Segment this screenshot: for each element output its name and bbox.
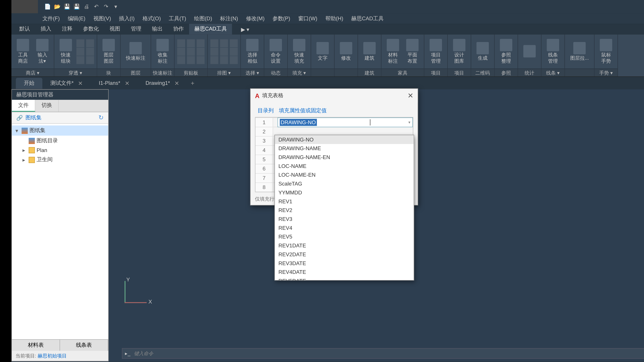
menu-item[interactable]: 视图(V) <box>94 15 111 22</box>
ribbon-small-button[interactable] <box>76 47 84 55</box>
ribbon-small-button[interactable] <box>76 39 84 47</box>
ribbon-button[interactable]: 平面 布置 <box>404 38 421 65</box>
dropdown-item[interactable]: REV3DATE <box>275 259 414 268</box>
ribbon-small-button[interactable] <box>220 39 228 47</box>
ribbon-button[interactable]: 生成 <box>474 41 492 62</box>
add-tab-button[interactable]: + <box>187 79 198 86</box>
qat-new-icon[interactable]: 📄 <box>44 3 51 10</box>
menu-item[interactable]: 标注(N) <box>220 15 238 22</box>
table-row[interactable]: 1 <box>256 117 413 127</box>
dropdown-item[interactable]: REV5DATE <box>275 277 414 281</box>
dropdown-item[interactable]: DRAWING-NO <box>275 135 414 144</box>
ribbon-button[interactable]: 修改 <box>337 41 355 62</box>
ribbon-small-button[interactable] <box>210 39 218 47</box>
dropdown-item[interactable]: REV1DATE <box>275 241 414 250</box>
ribbon-small-button[interactable] <box>86 47 94 55</box>
ribbon-small-button[interactable] <box>86 56 94 64</box>
refresh-icon[interactable]: ↻ <box>98 114 104 121</box>
tree-item[interactable]: ▾图纸集 <box>12 125 108 136</box>
ribbon-small-button[interactable] <box>196 56 204 64</box>
menu-item[interactable]: 插入(I) <box>119 15 134 22</box>
ribbon-small-button[interactable] <box>220 47 228 55</box>
bottom-tab-material[interactable]: 材料表 <box>12 340 60 351</box>
ribbon-tab[interactable]: 默认 <box>14 23 36 34</box>
ribbon-button[interactable]: 收集 标注 <box>154 38 172 65</box>
menu-item[interactable]: 编辑(E) <box>68 15 85 22</box>
ribbon-button[interactable]: 输入 法▾ <box>34 38 51 65</box>
ribbon-button[interactable]: 快速标注 <box>123 41 148 62</box>
command-line[interactable]: ▸_ 键入命令 <box>122 348 644 359</box>
ribbon-tab[interactable]: 赫思CAD工具 <box>189 23 232 34</box>
menu-item[interactable]: 赫思CAD工具 <box>351 15 384 22</box>
menu-item[interactable]: 修改(M) <box>246 15 265 22</box>
menu-item[interactable]: 参数(P) <box>272 15 290 22</box>
dropdown-item[interactable]: REV3 <box>275 215 414 224</box>
tab-close-icon[interactable]: ✕ <box>78 80 83 86</box>
dialog-close-button[interactable]: ✕ <box>408 91 413 100</box>
project-link[interactable]: 赫思初始项目 <box>38 353 67 358</box>
ribbon-small-button[interactable] <box>187 39 195 47</box>
dropdown-item[interactable]: ScaleTAG <box>275 179 414 188</box>
ribbon-small-button[interactable] <box>196 39 204 47</box>
ribbon-small-button[interactable] <box>187 56 195 64</box>
qat-open-icon[interactable]: 📂 <box>54 3 61 10</box>
ribbon-button[interactable]: 图层拉... <box>568 41 592 62</box>
document-tab[interactable]: 开始 <box>16 78 42 89</box>
tab-close-icon[interactable]: ✕ <box>125 80 130 86</box>
qat-save-icon[interactable]: 💾 <box>64 3 70 10</box>
qat-print-icon[interactable]: 🖨 <box>83 3 90 10</box>
ribbon-small-button[interactable] <box>210 47 218 55</box>
menu-item[interactable]: 文件(F) <box>42 15 60 22</box>
dropdown-item[interactable]: REV4DATE <box>275 268 414 277</box>
ribbon-button[interactable]: 参照 整理 <box>497 38 515 65</box>
document-tab[interactable]: 测试文件*✕ <box>42 78 91 89</box>
dropdown-item[interactable]: YYMMDD <box>275 188 414 197</box>
ribbon-button[interactable]: 建筑 <box>360 41 378 62</box>
menu-item[interactable]: 绘图(D) <box>194 15 212 22</box>
dropdown-item[interactable]: DRAWING-NAME <box>275 144 414 153</box>
ribbon-tab[interactable]: 协作 <box>168 23 189 34</box>
menu-item[interactable]: 窗口(W) <box>298 15 317 22</box>
ribbon-button[interactable]: 材料 标注 <box>384 38 402 65</box>
qat-more-icon[interactable]: ▾ <box>112 3 119 10</box>
ribbon-button[interactable]: 鼠标 手势 <box>597 38 615 65</box>
dropdown-item[interactable]: REV1 <box>275 197 414 206</box>
ribbon-button[interactable]: 快速 填充 <box>290 38 308 65</box>
ribbon-button[interactable]: 选择 相似 <box>244 38 261 65</box>
ribbon-tab[interactable]: 注释 <box>56 23 78 34</box>
ribbon-tab[interactable]: 输出 <box>147 23 168 34</box>
menu-item[interactable]: 格式(O) <box>142 15 161 22</box>
ribbon-button[interactable]: 文字 <box>314 41 332 62</box>
document-tab[interactable]: I1-Plans*✕ <box>91 78 138 88</box>
menu-item[interactable]: 工具(T) <box>169 15 186 22</box>
menu-item[interactable]: 帮助(H) <box>325 15 343 22</box>
dropdown-item[interactable]: LOC-NAME-EN <box>275 170 414 179</box>
ribbon-button[interactable]: 设计 图库 <box>450 38 468 65</box>
ribbon-button[interactable]: 命令 设置 <box>267 38 284 65</box>
ribbon-tab[interactable]: 参数化 <box>78 23 104 34</box>
dropdown-item[interactable]: REV4 <box>275 224 414 232</box>
ribbon-small-button[interactable] <box>230 56 238 64</box>
tree-item[interactable]: ▸Plan <box>12 146 108 155</box>
tree-item[interactable]: 图纸目录 <box>12 136 108 146</box>
ribbon-small-button[interactable] <box>86 39 94 47</box>
dropdown-item[interactable]: REV2 <box>275 206 414 215</box>
dropdown-item[interactable]: REV2DATE <box>275 250 414 259</box>
ribbon-button[interactable]: 快速 组块 <box>57 38 75 65</box>
qat-redo-icon[interactable]: ↷ <box>102 3 110 10</box>
ribbon-small-button[interactable] <box>220 56 228 64</box>
bottom-tab-line[interactable]: 线条表 <box>60 340 108 351</box>
qat-saveas-icon[interactable]: 💾 <box>73 3 80 10</box>
ribbon-tab[interactable]: 插入 <box>35 23 56 34</box>
ribbon-small-button[interactable] <box>177 47 185 55</box>
video-icon[interactable]: ▶ ▾ <box>238 25 253 34</box>
ribbon-small-button[interactable] <box>230 39 238 47</box>
ribbon-button[interactable]: 线条 管理 <box>544 38 562 65</box>
ribbon-small-button[interactable] <box>230 47 238 55</box>
panel-tab-switch[interactable]: 切换 <box>35 100 59 112</box>
ribbon-small-button[interactable] <box>177 39 185 47</box>
ribbon-button[interactable]: 项目 管理 <box>427 38 444 65</box>
tree-item[interactable]: ▸卫生间 <box>12 155 108 165</box>
document-tab[interactable]: Drawing1*✕ <box>138 78 187 88</box>
ribbon-button[interactable]: 工具 商店 <box>14 38 32 65</box>
